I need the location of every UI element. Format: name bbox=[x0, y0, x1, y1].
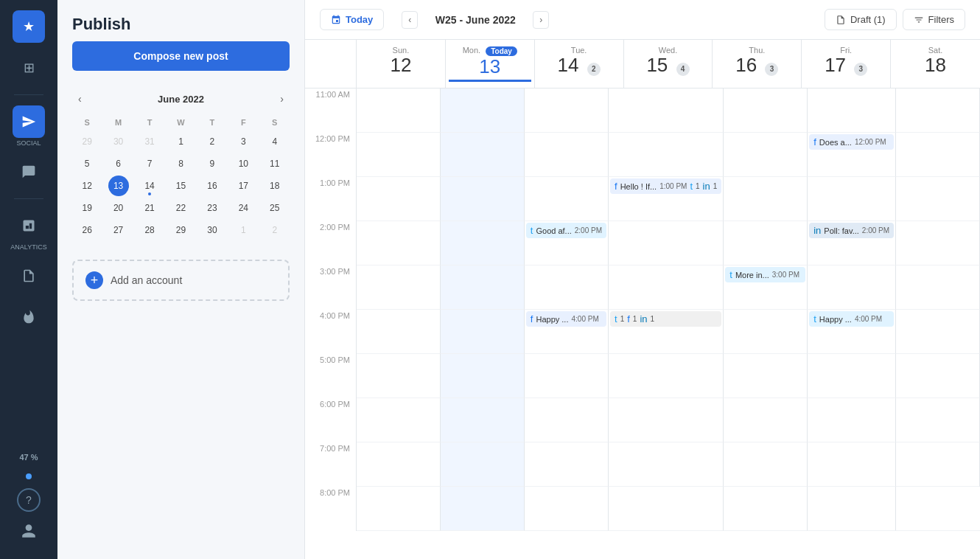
event-happy-fri[interactable]: t Happy ... 4:00 PM bbox=[809, 311, 894, 327]
cell-sun-11am[interactable] bbox=[357, 88, 441, 133]
analytics-icon[interactable] bbox=[13, 209, 45, 242]
cal-day-23[interactable]: 23 bbox=[202, 198, 223, 218]
cell-tue-8pm[interactable] bbox=[525, 487, 609, 531]
cell-sat-7pm[interactable] bbox=[896, 442, 980, 487]
cell-sun-3pm[interactable] bbox=[357, 265, 441, 310]
cell-fri-7pm[interactable] bbox=[808, 442, 896, 487]
cell-wed-2pm[interactable] bbox=[609, 221, 724, 265]
cal-day-14[interactable]: 14 bbox=[139, 176, 160, 196]
cell-fri-11am[interactable] bbox=[808, 88, 896, 133]
cal-day-20[interactable]: 20 bbox=[108, 198, 129, 218]
cal-day-8[interactable]: 8 bbox=[170, 153, 191, 174]
fire-icon[interactable] bbox=[13, 301, 45, 333]
cell-wed-6pm[interactable] bbox=[609, 398, 724, 442]
cal-day-4[interactable]: 4 bbox=[265, 131, 285, 152]
cell-mon-2pm[interactable] bbox=[441, 221, 525, 265]
next-month-button[interactable]: › bbox=[274, 90, 290, 108]
cell-wed-3pm[interactable] bbox=[609, 265, 724, 310]
cell-sat-1pm[interactable] bbox=[896, 177, 980, 221]
cal-day-10[interactable]: 10 bbox=[233, 153, 253, 174]
cal-day-29[interactable]: 29 bbox=[170, 220, 191, 240]
cal-day-18[interactable]: 18 bbox=[265, 176, 285, 196]
cell-fri-4pm[interactable]: t Happy ... 4:00 PM bbox=[808, 310, 896, 354]
cal-day-17[interactable]: 17 bbox=[233, 176, 253, 196]
cell-tue-7pm[interactable] bbox=[525, 442, 609, 487]
cell-mon-8pm[interactable] bbox=[441, 487, 525, 531]
cal-day-3[interactable]: 3 bbox=[233, 131, 253, 152]
cell-sun-2pm[interactable] bbox=[357, 221, 441, 265]
cal-day-2-next[interactable]: 2 bbox=[265, 220, 285, 240]
compose-button[interactable]: Compose new post bbox=[72, 41, 290, 71]
event-good-af[interactable]: t Good af... 2:00 PM bbox=[526, 223, 606, 238]
cal-day-9[interactable]: 9 bbox=[202, 153, 223, 174]
cell-wed-8pm[interactable] bbox=[609, 487, 724, 531]
cal-day-22[interactable]: 22 bbox=[170, 198, 191, 218]
help-icon[interactable]: ? bbox=[17, 488, 41, 512]
cell-tue-3pm[interactable] bbox=[525, 265, 609, 310]
grid-icon[interactable]: ⊞ bbox=[13, 52, 45, 84]
cell-thu-2pm[interactable] bbox=[724, 221, 808, 265]
cell-wed-4pm[interactable]: t1 f1 in1 bbox=[609, 310, 724, 354]
cell-mon-5pm[interactable] bbox=[441, 354, 525, 398]
cell-wed-12pm[interactable] bbox=[609, 133, 724, 177]
cell-thu-6pm[interactable] bbox=[724, 398, 808, 442]
cell-mon-12pm[interactable] bbox=[441, 133, 525, 177]
cell-wed-1pm[interactable]: f Hello ! If... 1:00 PM t1 in1 bbox=[609, 177, 724, 221]
cell-mon-11am[interactable] bbox=[441, 88, 525, 133]
cal-day-27[interactable]: 27 bbox=[108, 220, 129, 240]
cal-day-16[interactable]: 16 bbox=[202, 176, 223, 196]
cal-day-28[interactable]: 28 bbox=[139, 220, 160, 240]
cal-day-1-next[interactable]: 1 bbox=[233, 220, 253, 240]
cal-day-11[interactable]: 11 bbox=[265, 153, 285, 174]
cell-mon-3pm[interactable] bbox=[441, 265, 525, 310]
cell-sat-8pm[interactable] bbox=[896, 487, 980, 531]
event-more-in[interactable]: t More in... 3:00 PM bbox=[725, 267, 805, 282]
cell-sun-5pm[interactable] bbox=[357, 354, 441, 398]
cell-thu-3pm[interactable]: t More in... 3:00 PM bbox=[724, 265, 808, 310]
cell-fri-2pm[interactable]: in Poll: fav... 2:00 PM bbox=[808, 221, 896, 265]
event-multi-wed[interactable]: t1 f1 in1 bbox=[610, 311, 721, 327]
cell-sun-6pm[interactable] bbox=[357, 398, 441, 442]
cell-tue-6pm[interactable] bbox=[525, 398, 609, 442]
cal-day-5[interactable]: 5 bbox=[77, 153, 97, 174]
cell-thu-12pm[interactable] bbox=[724, 133, 808, 177]
cal-day-13-today[interactable]: 13 bbox=[108, 176, 129, 196]
cell-sat-3pm[interactable] bbox=[896, 265, 980, 310]
star-icon[interactable]: ★ bbox=[13, 10, 45, 43]
cal-day-2[interactable]: 2 bbox=[202, 131, 223, 152]
cal-day-26[interactable]: 26 bbox=[77, 220, 97, 240]
cell-mon-6pm[interactable] bbox=[441, 398, 525, 442]
cell-sun-4pm[interactable] bbox=[357, 310, 441, 354]
cal-day-12[interactable]: 12 bbox=[77, 176, 97, 196]
cell-fri-8pm[interactable] bbox=[808, 487, 896, 531]
cell-tue-4pm[interactable]: f Happy ... 4:00 PM bbox=[525, 310, 609, 354]
cell-thu-4pm[interactable] bbox=[724, 310, 808, 354]
next-week-button[interactable]: › bbox=[533, 11, 549, 29]
cell-tue-1pm[interactable] bbox=[525, 177, 609, 221]
cell-tue-12pm[interactable] bbox=[525, 133, 609, 177]
cell-fri-3pm[interactable] bbox=[808, 265, 896, 310]
cell-wed-5pm[interactable] bbox=[609, 354, 724, 398]
cell-thu-1pm[interactable] bbox=[724, 177, 808, 221]
cell-tue-2pm[interactable]: t Good af... 2:00 PM bbox=[525, 221, 609, 265]
cell-thu-5pm[interactable] bbox=[724, 354, 808, 398]
event-hello[interactable]: f Hello ! If... 1:00 PM t1 in1 bbox=[610, 178, 721, 194]
cal-day-6[interactable]: 6 bbox=[108, 153, 129, 174]
cal-day-29-prev[interactable]: 29 bbox=[77, 131, 97, 152]
cell-mon-1pm[interactable] bbox=[441, 177, 525, 221]
cell-sun-7pm[interactable] bbox=[357, 442, 441, 487]
filters-button[interactable]: Filters bbox=[903, 9, 965, 30]
event-happy-tue[interactable]: f Happy ... 4:00 PM bbox=[526, 311, 606, 327]
cell-sat-5pm[interactable] bbox=[896, 354, 980, 398]
report-icon[interactable] bbox=[13, 260, 45, 292]
add-account-button[interactable]: + Add an account bbox=[72, 260, 290, 301]
draft-button[interactable]: Draft (1) bbox=[825, 9, 897, 30]
cell-sat-4pm[interactable] bbox=[896, 310, 980, 354]
cal-day-15[interactable]: 15 bbox=[170, 176, 191, 196]
cal-day-1[interactable]: 1 bbox=[170, 131, 191, 152]
cal-day-7[interactable]: 7 bbox=[139, 153, 160, 174]
cell-sat-2pm[interactable] bbox=[896, 221, 980, 265]
cell-tue-5pm[interactable] bbox=[525, 354, 609, 398]
cell-sun-12pm[interactable] bbox=[357, 133, 441, 177]
send-icon[interactable] bbox=[13, 105, 45, 138]
